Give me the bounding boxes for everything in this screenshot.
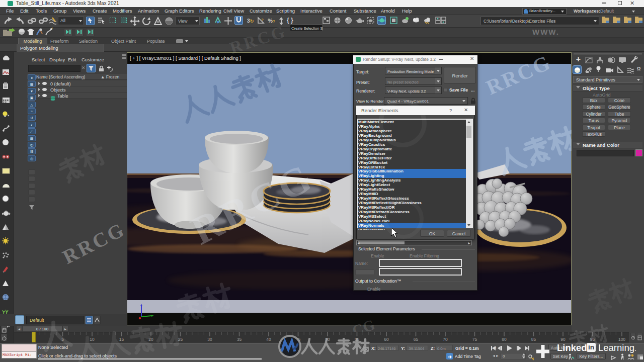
svg-text:80: 80 — [502, 337, 507, 342]
svg-text:90: 90 — [560, 337, 566, 342]
svg-text:75: 75 — [472, 337, 477, 342]
svg-text:30: 30 — [207, 337, 212, 342]
svg-text:?: ? — [261, 18, 264, 22]
svg-text:35: 35 — [237, 337, 242, 342]
svg-text:60: 60 — [384, 337, 389, 342]
svg-text:65: 65 — [414, 337, 419, 342]
svg-text:85: 85 — [531, 337, 536, 342]
svg-text:40: 40 — [266, 337, 271, 342]
svg-text:70: 70 — [443, 337, 448, 342]
